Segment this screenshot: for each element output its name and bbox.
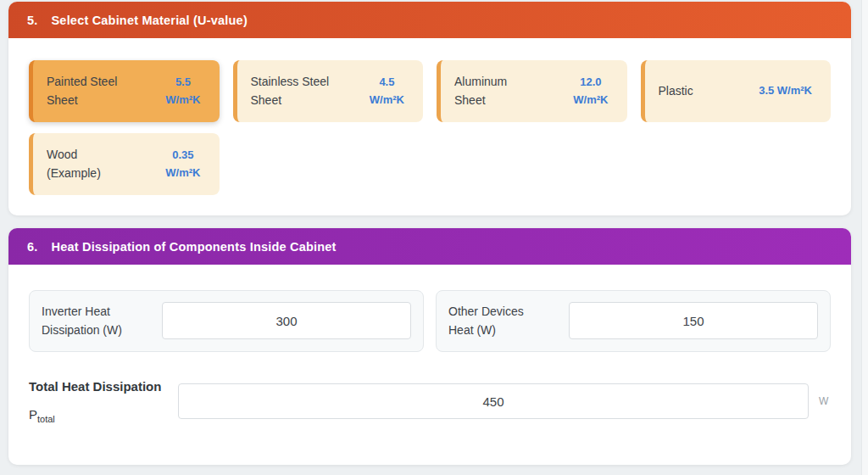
material-card-wood-example[interactable]: Wood (Example) 0.35 W/m²K: [29, 133, 220, 195]
section-5-header: 5. Select Cabinet Material (U-value): [8, 2, 851, 38]
section-5-title: Select Cabinet Material (U-value): [52, 14, 248, 27]
section-6-number: 6.: [27, 240, 38, 254]
inverter-heat-input[interactable]: [162, 302, 411, 339]
page-content: 5. Select Cabinet Material (U-value) Pai…: [8, 2, 851, 465]
total-heat-label: Total Heat Dissipation Ptotal: [29, 379, 178, 424]
material-card-painted-steel-sheet[interactable]: Painted Steel Sheet 5.5 W/m²K: [29, 60, 220, 122]
total-heat-unit: W: [819, 395, 834, 407]
scrollbar-track[interactable]: [861, 0, 868, 475]
other-devices-heat-label: Other Devices Heat (W): [448, 302, 555, 340]
material-name: Painted Steel Sheet: [47, 73, 117, 109]
material-u-value: 12.0 W/m²K: [573, 74, 613, 109]
other-devices-heat-input[interactable]: [569, 302, 818, 339]
inverter-heat-group: Inverter Heat Dissipation (W): [29, 290, 424, 352]
section-5-number: 5.: [27, 14, 38, 27]
section-6-title: Heat Dissipation of Components Inside Ca…: [52, 240, 337, 254]
heat-input-groups: Inverter Heat Dissipation (W) Other Devi…: [8, 265, 851, 352]
material-cards: Painted Steel Sheet 5.5 W/m²K Stainless …: [8, 38, 851, 215]
material-card-stainless-steel-sheet[interactable]: Stainless Steel Sheet 4.5 W/m²K: [233, 60, 424, 122]
p-total-symbol: Ptotal: [29, 407, 178, 424]
material-name: Aluminum Sheet: [454, 73, 507, 109]
material-u-value: 0.35 W/m²K: [165, 147, 205, 182]
total-heat-input[interactable]: [178, 383, 809, 419]
material-card-plastic[interactable]: Plastic 3.5 W/m²K: [641, 60, 832, 122]
other-devices-heat-group: Other Devices Heat (W): [436, 290, 831, 352]
material-u-value: 4.5 W/m²K: [370, 74, 409, 109]
material-u-value: 3.5 W/m²K: [759, 82, 817, 100]
section-cabinet-material: 5. Select Cabinet Material (U-value) Pai…: [8, 2, 851, 215]
material-card-aluminum-sheet[interactable]: Aluminum Sheet 12.0 W/m²K: [437, 60, 627, 122]
section-6-header: 6. Heat Dissipation of Components Inside…: [8, 228, 851, 265]
total-heat-row: Total Heat Dissipation Ptotal W: [8, 352, 851, 465]
material-name: Stainless Steel Sheet: [251, 73, 330, 109]
material-name: Plastic: [659, 82, 693, 101]
material-u-value: 5.5 W/m²K: [165, 74, 205, 109]
material-name: Wood (Example): [47, 146, 101, 182]
inverter-heat-label: Inverter Heat Dissipation (W): [42, 302, 148, 340]
section-heat-dissipation: 6. Heat Dissipation of Components Inside…: [8, 228, 851, 465]
